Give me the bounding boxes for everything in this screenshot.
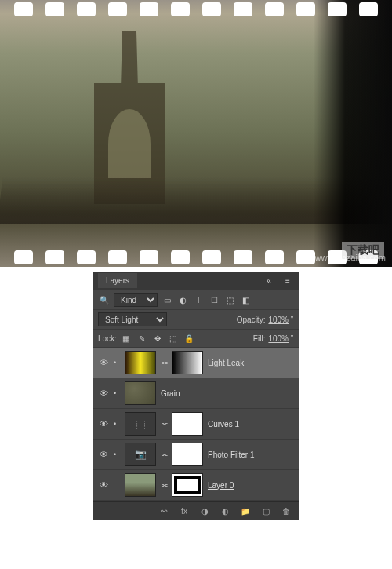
filter-smart-icon[interactable]: ⬚ [223, 294, 236, 306]
lock-move-icon[interactable]: ✥ [151, 332, 164, 345]
watermark-text: www.xiazaiba.com [315, 253, 386, 262]
chevron-down-icon[interactable]: ˅ [290, 334, 294, 343]
layer-mask-thumbnail[interactable] [172, 351, 203, 374]
fill-value[interactable]: 100% [268, 334, 289, 343]
link-indicator: • [114, 359, 120, 367]
layer-mask-thumbnail[interactable] [172, 443, 203, 466]
filter-shape-icon[interactable]: ☐ [208, 294, 220, 306]
layer-name-label[interactable]: Grain [161, 389, 180, 398]
new-group-icon[interactable]: 📁 [239, 505, 252, 517]
layer-name-label[interactable]: Curves 1 [208, 420, 239, 429]
layer-thumbnail[interactable] [125, 351, 156, 374]
layer-thumbnail[interactable] [125, 473, 156, 497]
layer-row-grain[interactable]: 👁 • Grain [93, 378, 299, 409]
preview-image: 下载吧 www.xiazaiba.com [0, 0, 392, 267]
layer-fx-icon[interactable]: fx [178, 505, 191, 517]
layers-list: 👁 • ⫘ Light Leak 👁 • Grain 👁 • ⬚ ⫘ Curve… [93, 348, 299, 501]
filter-type-icon[interactable]: T [192, 294, 205, 306]
opacity-label: Opacity: [237, 316, 266, 324]
film-sprocket-top [0, 0, 392, 19]
opacity-value[interactable]: 100% [268, 316, 289, 324]
panel-footer: ⚯ fx ◑ ◐ 📁 ▢ 🗑 [93, 501, 299, 520]
adjustment-icon-thumbnail[interactable]: ⬚ [125, 412, 156, 436]
mask-link-icon[interactable]: ⫘ [161, 420, 167, 428]
link-layers-icon[interactable]: ⚯ [158, 505, 170, 517]
panel-title-tab[interactable]: Layers [98, 273, 137, 288]
panel-header: Layers « ≡ [93, 272, 299, 290]
lock-brush-icon[interactable]: ✎ [136, 332, 148, 345]
mask-link-icon[interactable]: ⫘ [161, 450, 167, 458]
chevron-down-icon[interactable]: ˅ [290, 316, 294, 324]
lock-row: Lock: ▦ ✎ ✥ ⬚ 🔒 Fill: 100% ˅ [93, 330, 299, 348]
layer-row-photo-filter[interactable]: 👁 • 📷 ⫘ Photo Filter 1 [93, 440, 299, 470]
mask-link-icon[interactable]: ⫘ [161, 359, 167, 367]
layer-name-label[interactable]: Photo Filter 1 [208, 450, 254, 459]
blend-mode-select[interactable]: Soft Light [98, 312, 167, 326]
new-adjustment-icon[interactable]: ◐ [219, 505, 231, 517]
filter-row: 🔍 Kind ▭ ◐ T ☐ ⬚ ◧ [93, 290, 299, 310]
visibility-toggle[interactable]: 👁 [98, 358, 109, 367]
panel-menu-icon[interactable]: ≡ [281, 275, 294, 287]
filter-adjust-icon[interactable]: ◐ [176, 294, 189, 306]
link-indicator: • [114, 389, 120, 397]
layer-thumbnail[interactable] [125, 381, 156, 405]
filter-artboard-icon[interactable]: ◧ [239, 294, 252, 306]
dark-edge-overlay [314, 0, 392, 267]
layer-name-label[interactable]: Layer 0 [208, 481, 234, 490]
new-layer-icon[interactable]: ▢ [260, 505, 272, 517]
filter-kind-select[interactable]: Kind [114, 293, 158, 307]
layer-row-light-leak[interactable]: 👁 • ⫘ Light Leak [93, 348, 299, 378]
lock-transparent-icon[interactable]: ▦ [120, 332, 132, 345]
visibility-toggle[interactable]: 👁 [98, 388, 109, 398]
lock-all-icon[interactable]: 🔒 [183, 332, 195, 345]
add-mask-icon[interactable]: ◑ [198, 505, 211, 517]
layer-row-base[interactable]: 👁 ⫘ Layer 0 [93, 470, 299, 501]
visibility-toggle[interactable]: 👁 [98, 419, 109, 429]
layers-panel: Layers « ≡ 🔍 Kind ▭ ◐ T ☐ ⬚ ◧ Soft Light… [93, 272, 299, 520]
visibility-toggle[interactable]: 👁 [98, 450, 109, 459]
visibility-toggle[interactable]: 👁 [98, 480, 109, 490]
link-indicator: • [114, 420, 120, 428]
search-icon[interactable]: 🔍 [98, 294, 111, 306]
layer-name-label[interactable]: Light Leak [208, 359, 244, 367]
lock-label: Lock: [98, 334, 117, 343]
layer-mask-thumbnail[interactable] [172, 473, 203, 497]
delete-layer-icon[interactable]: 🗑 [280, 505, 292, 517]
filter-image-icon[interactable]: ▭ [161, 294, 173, 306]
layer-mask-thumbnail[interactable] [172, 412, 203, 436]
lock-artboard-icon[interactable]: ⬚ [167, 332, 180, 345]
layer-row-curves[interactable]: 👁 • ⬚ ⫘ Curves 1 [93, 409, 299, 440]
mask-link-icon[interactable]: ⫘ [161, 481, 167, 489]
link-indicator: • [114, 450, 120, 458]
fill-label: Fill: [253, 334, 266, 343]
collapse-icon[interactable]: « [263, 275, 275, 287]
blend-row: Soft Light Opacity: 100% ˅ [93, 310, 299, 330]
adjustment-icon-thumbnail[interactable]: 📷 [125, 443, 156, 466]
